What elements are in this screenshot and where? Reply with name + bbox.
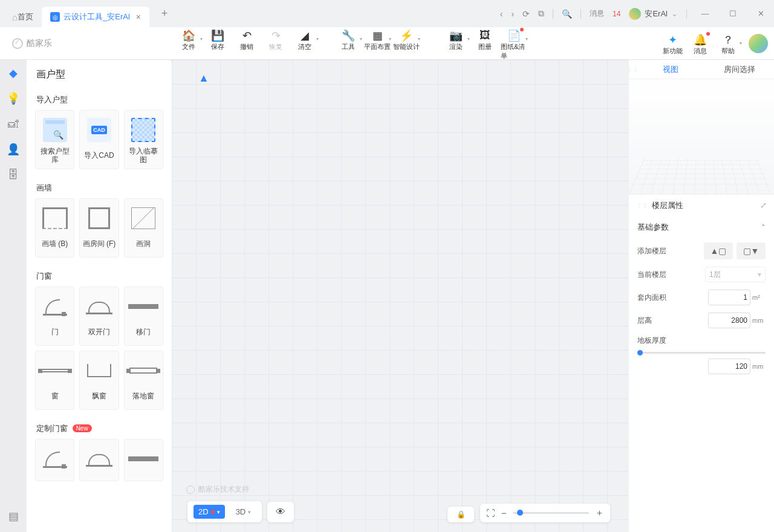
tab-home[interactable]: ⌂ 首页 [4, 7, 42, 27]
door-icon [43, 297, 67, 316]
window-icon [41, 369, 69, 372]
add-floor-up-button[interactable]: ▲▢ [704, 242, 733, 259]
eraser-icon: ◢ [301, 29, 309, 42]
add-floor-down-button[interactable]: ▢▼ [737, 242, 766, 259]
area-input[interactable] [708, 290, 750, 305]
sparkle-icon: ✦ [668, 33, 677, 47]
fit-screen-icon[interactable]: ⛶ [486, 508, 495, 518]
zoom-slider[interactable] [513, 512, 589, 514]
section-custom: 定制门窗 New [27, 416, 172, 439]
save-icon: 💾 [211, 29, 224, 42]
window-close-icon[interactable]: ✕ [751, 9, 770, 18]
home-icon: ⌂ [12, 12, 18, 22]
rail-sofa-icon[interactable]: 🛋 [6, 117, 21, 131]
help-button[interactable]: ？帮助▾ [715, 31, 741, 56]
view-2d-button[interactable]: 2D▾ [194, 505, 225, 519]
brand-logo-icon [186, 485, 195, 494]
rail-cabinet-icon[interactable]: 🗄 [6, 167, 21, 182]
undo-button[interactable]: ↶撤销 [233, 27, 260, 51]
rail-light-icon[interactable]: 💡 [6, 91, 21, 106]
floor-window-icon [129, 368, 157, 374]
tab-room-select[interactable]: 房间选择 [705, 60, 774, 79]
door-icon [43, 450, 67, 468]
redo-icon: ↷ [272, 29, 281, 42]
height-input[interactable] [708, 313, 750, 328]
tab-view[interactable]: 视图 [636, 60, 705, 79]
smart-design-button[interactable]: ⚡智能设计▾ [393, 27, 420, 51]
canvas[interactable]: ▲ 酷家乐技术支持 [172, 60, 629, 532]
window-max-icon[interactable]: ☐ [723, 9, 743, 18]
notification-dot-icon [706, 32, 710, 36]
card-custom-2[interactable] [79, 439, 119, 481]
card-double-door[interactable]: 双开门 [79, 287, 119, 346]
card-custom-3[interactable] [124, 439, 163, 481]
view-switch: 2D▾ 3D▾ [187, 501, 262, 522]
sliding-door-icon [129, 456, 157, 461]
thickness-input[interactable] [708, 358, 750, 374]
help-icon: ？ [723, 33, 733, 47]
expand-icon[interactable]: ⤢ [760, 201, 767, 210]
redo-button[interactable]: ↷恢复 [262, 27, 289, 51]
rail-person-icon[interactable]: 👤 [6, 142, 21, 157]
drawing-button[interactable]: 📄图纸&清单▾ [501, 27, 527, 60]
card-draw-room[interactable]: 画房间 (F) [79, 198, 119, 258]
refresh-icon[interactable]: ⟳ [522, 9, 530, 19]
chevron-down-icon: ▾ [740, 41, 742, 46]
view-3d-button[interactable]: 3D▾ [231, 505, 256, 519]
row-thickness-value: mm [629, 355, 774, 378]
card-door[interactable]: 门 [35, 287, 74, 346]
trace-icon [131, 118, 155, 142]
card-bay-window[interactable]: 飘窗 [79, 351, 119, 410]
rail-floorplan-icon[interactable]: ◆ [6, 66, 21, 80]
thickness-slider[interactable] [637, 352, 766, 354]
zoom-in-icon[interactable]: ＋ [595, 507, 604, 519]
album-button[interactable]: 🖼图册 [472, 27, 498, 51]
drag-handle-icon[interactable]: ⋮⋮ [629, 60, 636, 79]
brand: 酷家乐 [6, 38, 175, 49]
rail-settings-icon[interactable]: ▤ [6, 509, 21, 524]
floor-props-header: ⋮⋮ 楼层属性 ⤢ [629, 194, 774, 216]
lock-button[interactable]: 🔒 [447, 507, 474, 522]
card-import-cad[interactable]: CAD导入CAD [79, 110, 119, 169]
card-search-floorplan[interactable]: 搜索户型库 [35, 110, 74, 169]
mini-3d-preview[interactable] [629, 79, 774, 194]
tab-design-tool[interactable]: ◎ 云设计工具_安ErAl × [42, 7, 149, 27]
card-import-trace[interactable]: 导入临摹图 [124, 110, 163, 169]
chevron-down-icon: ▾ [758, 270, 761, 279]
copy-icon[interactable]: ⧉ [538, 8, 544, 19]
close-icon[interactable]: × [136, 12, 141, 22]
save-button[interactable]: 💾保存 [204, 27, 231, 51]
search-icon[interactable]: 🔍 [562, 9, 572, 19]
file-button[interactable]: 🏠文件▾ [175, 27, 202, 51]
layout-button[interactable]: ▦平面布置▾ [364, 27, 391, 51]
wall-icon [42, 207, 68, 229]
cad-icon: CAD [87, 118, 111, 142]
user-chip[interactable]: 安ErAl ⌄ [629, 8, 678, 20]
card-draw-hole[interactable]: 画洞 [124, 198, 163, 258]
new-tab-button[interactable]: + [155, 7, 174, 20]
window-min-icon[interactable]: ― [695, 9, 715, 18]
card-sliding-door[interactable]: 移门 [124, 287, 163, 346]
whatsnew-button[interactable]: ✦新功能 [659, 31, 686, 56]
card-floor-window[interactable]: 落地窗 [124, 351, 163, 410]
nav-back-icon[interactable]: ‹ [500, 9, 503, 19]
card-window[interactable]: 窗 [35, 351, 74, 410]
basic-params-header[interactable]: 基础参数 ˄ [629, 216, 774, 239]
messages-button[interactable]: 🔔消息 [687, 31, 714, 56]
section-import: 导入户型 [27, 87, 172, 110]
row-add-floor: 添加楼层 ▲▢ ▢▼ [629, 239, 774, 263]
messages-label[interactable]: 消息 [590, 8, 604, 19]
drag-handle-icon[interactable]: ⋮⋮ [636, 202, 648, 209]
clear-button[interactable]: ◢清空▾ [291, 27, 318, 51]
render-button[interactable]: 📷渲染▾ [443, 27, 469, 51]
hole-icon [131, 207, 155, 229]
card-draw-wall[interactable]: 画墙 (B) [35, 198, 74, 258]
tools-button[interactable]: 🔧工具▾ [335, 27, 362, 51]
visibility-button[interactable]: 👁 [267, 502, 294, 522]
card-custom-1[interactable] [35, 439, 74, 481]
current-floor-select[interactable]: 1层▾ [705, 267, 766, 282]
chevron-down-icon: ⌄ [671, 9, 678, 18]
avatar[interactable] [749, 34, 768, 53]
zoom-out-icon[interactable]: − [501, 508, 507, 518]
nav-fwd-icon[interactable]: › [511, 9, 514, 19]
